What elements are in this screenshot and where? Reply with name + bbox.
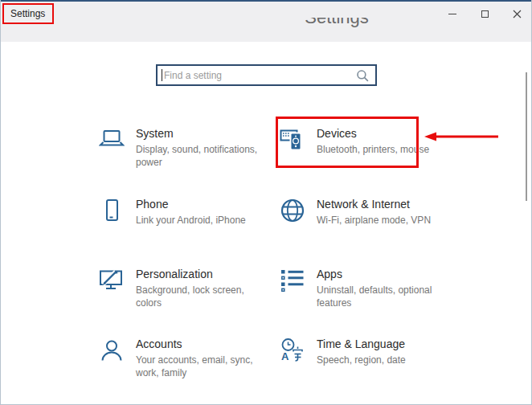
accounts-icon	[99, 338, 125, 363]
category-name: Apps	[317, 267, 452, 281]
titlebar: Settings Settings	[1, 2, 532, 42]
minimize-icon	[448, 14, 456, 14]
category-tile-devices[interactable]: Devices Bluetooth, printers, mouse	[280, 126, 452, 156]
window-title: Settings	[10, 8, 45, 19]
phone-icon	[99, 198, 125, 223]
page-heading-clipped: Settings	[248, 18, 425, 30]
minimize-button[interactable]	[436, 2, 469, 26]
search-icon	[356, 69, 370, 83]
maximize-button[interactable]	[469, 2, 501, 26]
category-name: Devices	[317, 126, 429, 141]
category-description: Link your Android, iPhone	[136, 214, 246, 227]
apps-icon	[280, 268, 305, 293]
category-description: Uninstall, defaults, optional features	[317, 284, 452, 309]
category-name: Personalization	[136, 267, 272, 281]
category-tile-phone[interactable]: Phone Link your Android, iPhone	[99, 197, 272, 227]
category-name: System	[136, 126, 272, 141]
category-description: Wi-Fi, airplane mode, VPN	[317, 214, 431, 227]
search-box	[156, 64, 377, 86]
category-tile-time-language[interactable]: A Time & Language Speech, region, date	[280, 337, 452, 366]
category-name: Network & Internet	[317, 197, 431, 211]
category-name: Accounts	[136, 337, 272, 351]
annotation-title-box: Settings	[2, 3, 54, 24]
scrollbar[interactable]	[526, 72, 527, 201]
category-description: Display, sound, notifications, power	[136, 143, 272, 169]
close-icon	[513, 10, 522, 18]
category-name: Time & Language	[317, 337, 406, 351]
category-tile-apps[interactable]: Apps Uninstall, defaults, optional featu…	[280, 267, 452, 309]
close-button[interactable]	[501, 2, 532, 26]
category-description: Your accounts, email, sync, work, family	[136, 354, 272, 379]
maximize-icon	[481, 10, 489, 18]
category-name: Phone	[136, 197, 246, 211]
personalization-icon	[99, 268, 125, 293]
search-input[interactable]	[162, 67, 350, 84]
settings-window: Settings Settings	[0, 0, 532, 405]
laptop-icon	[99, 127, 125, 153]
globe-icon	[280, 198, 305, 223]
time-language-icon: A	[280, 338, 305, 363]
category-description: Speech, region, date	[317, 354, 406, 366]
svg-text:A: A	[281, 350, 289, 362]
category-tile-network[interactable]: Network & Internet Wi-Fi, airplane mode,…	[280, 197, 452, 227]
category-tile-personalization[interactable]: Personalization Background, lock screen,…	[99, 267, 272, 309]
category-description: Bluetooth, printers, mouse	[317, 143, 429, 156]
window-controls	[436, 2, 532, 26]
category-tile-accounts[interactable]: Accounts Your accounts, email, sync, wor…	[99, 337, 272, 379]
category-tile-system[interactable]: System Display, sound, notifications, po…	[99, 126, 272, 169]
category-description: Background, lock screen, colors	[136, 284, 272, 309]
devices-icon	[280, 127, 305, 153]
